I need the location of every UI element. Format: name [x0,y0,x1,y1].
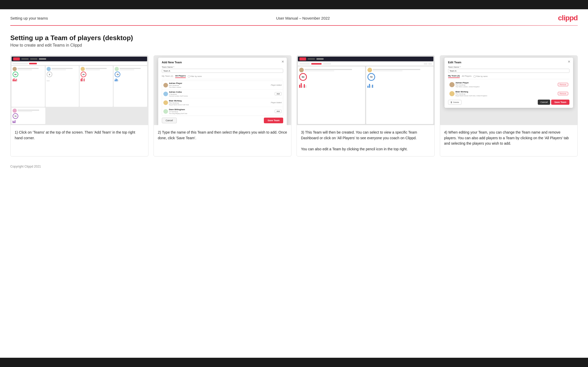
main-content: Setting up your teams User Manual – Nove… [0,9,588,358]
edit-cancel-button[interactable]: Cancel [538,100,550,105]
mock-sub [373,71,402,71]
edit-tab-all-players[interactable]: All Players [462,75,472,78]
edit-save-team-button[interactable]: Save Team [551,100,569,105]
page-title-section: Setting up a Team of players (desktop) H… [0,26,588,53]
cards-container: 84 [0,53,588,162]
card-2-text: 2) Type the name of this Team and then s… [154,125,291,156]
card-4-screenshot: Edit Team ✕ Team Name * Team A My Team (… [440,56,578,125]
edit-player-sub2-1: The Shire London, United Kingdom [456,86,557,88]
player-sub1: 1 Handicap [169,93,274,95]
dialog-footer: Cancel Save Team [162,118,283,123]
edit-player-sub1-1: Plus Handicap [456,84,557,86]
remove-player-btn-2[interactable]: Remove [558,92,568,95]
edit-player-name-1: Adrian Player [456,82,557,84]
add-player-btn-4[interactable]: Add [275,110,281,113]
mock-name [18,110,39,111]
card-4: Edit Team ✕ Team Name * Team A My Team (… [440,55,578,156]
mock-score: 84 [13,72,18,77]
edit-player-avatar-1 [449,82,455,87]
mock-bars [115,78,146,81]
remove-player-btn-1[interactable]: Remove [558,83,568,86]
edit-player-sub2-2: Royal North Devon Golf Club, United King… [456,95,557,97]
mock-score: 72 [13,113,18,119]
page-footer: Copyright Clippd 2021 [0,162,588,171]
mock-score: 72 [367,73,375,81]
player-name: Adrian Colba [169,91,274,93]
player-sub1: 3.5 Handicap [169,111,274,112]
tab-all-players[interactable]: All Players [175,75,186,78]
card-2-screenshot: Add New Team ✕ Team Name * Team A My Tea… [154,56,291,125]
mock-sub [305,71,334,71]
player-list: Adrian Player Plus Handicap The Shire Lo… [162,81,283,116]
dialog-close-icon[interactable]: ✕ [281,60,284,64]
player-status-1: Player Added [271,84,282,86]
edit-team-name-input[interactable]: Team A [448,69,569,73]
card-2: Add New Team ✕ Team Name * Team A My Tea… [154,55,292,156]
player-row-4: Dave Billingham 3.5 Handicap The Dog Mag… [162,107,283,116]
filter-checkbox[interactable] [188,75,190,77]
cancel-button[interactable]: Cancel [162,118,177,123]
player-status-3: Player Added [271,102,282,103]
edit-dialog-close-icon[interactable]: ✕ [568,60,570,64]
page-title: Setting up a Team of players (desktop) [10,34,578,42]
player-sub1: Plus Handicap [169,85,270,86]
player-info: Adrian Colba 1 Handicap Central London G… [169,91,274,97]
mock-avatar-1 [13,67,17,71]
mock-bars [13,119,44,123]
player-sub2: Central London Golf Centre [169,95,274,97]
player-sub2: Royal North Devon Golf Club [169,104,270,106]
card-1: 84 [10,55,148,156]
page-subtitle: How to create and edit Teams in Clippd [10,43,578,48]
card-3: 94 [297,55,435,156]
mock-score: 0 [47,72,52,77]
save-team-button[interactable]: Save Team [264,118,283,123]
player-avatar [163,100,168,105]
mock-nav-link [308,58,315,60]
mock-avatar-5 [13,109,17,113]
top-bar [0,0,588,9]
edit-player-list: Adrian Player Plus Handicap The Shire Lo… [448,81,569,98]
mock-nav-link [30,58,37,60]
edit-filter-checkbox[interactable] [474,75,476,77]
card-3-screenshot: 94 [297,56,434,125]
mock-tab [323,63,331,65]
edit-tab-my-team[interactable]: My Team (2) [448,75,460,78]
mock-avatar-3 [81,67,85,71]
player-sub2: The Dog Maging Golf Club [169,113,274,114]
header-center: User Manual – November 2022 [276,16,330,20]
mock-bars [367,82,432,88]
mock-nav-link [39,58,46,60]
mock-avatar [367,68,372,72]
player-info: Adrian Player Plus Handicap The Shire Lo… [169,82,270,88]
team-name-input[interactable]: Team A [162,69,283,73]
mock-icon-btn [428,63,432,65]
edit-player-row-1: Adrian Player Plus Handicap The Shire Lo… [448,81,569,89]
mock-score: 78 [115,72,120,77]
page-header: Setting up your teams User Manual – Nove… [0,9,588,25]
mock-name [18,68,39,69]
mock-logo [299,57,306,60]
edit-player-row-2: Blair McHarg Plus Handicap Royal North D… [448,90,569,98]
mock-nav-link [21,58,29,60]
mock-sub [120,69,134,70]
player-avatar [163,109,168,114]
mock-nav-link [316,58,324,60]
bottom-bar [0,358,588,367]
add-player-btn-2[interactable]: Add [275,92,281,95]
mock-tab-active [311,63,322,65]
player-row-1: Adrian Player Plus Handicap The Shire Lo… [162,81,283,90]
trash-icon: 🗑 [450,101,452,103]
tab-my-team[interactable]: My Team (2) [162,75,173,78]
header-left: Setting up your teams [10,16,48,20]
tab-filter: Filter by name [188,75,202,77]
player-row-2: Adrian Colba 1 Handicap Central London G… [162,90,283,98]
dialog-title: Add New Team [162,61,283,64]
mock-name [86,68,107,69]
player-sub2: The Shire London [169,86,270,88]
mock-filter [13,63,28,64]
delete-button[interactable]: 🗑 Delete [448,100,461,105]
mock-bars [47,78,78,81]
edit-field-label: Team Name * [448,66,569,68]
player-sub1: Plus Handicap [169,102,270,104]
edit-dialog-tabs: My Team (2) All Players Filter by name [448,75,569,79]
